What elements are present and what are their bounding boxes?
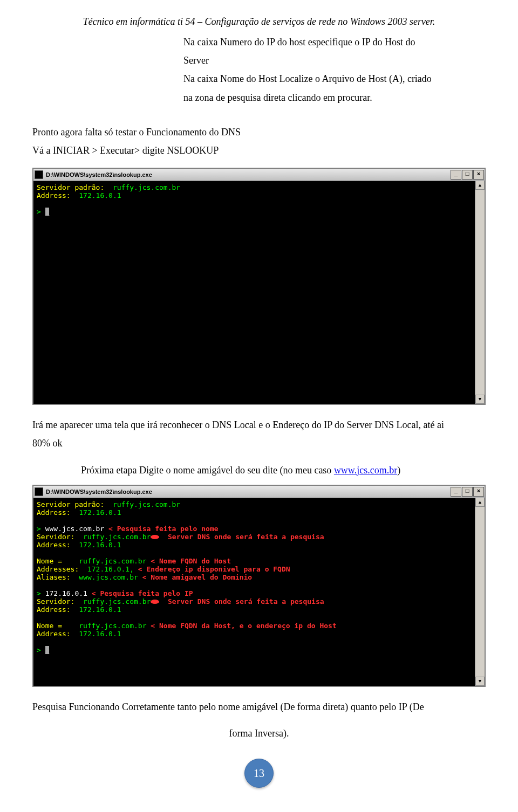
term-label: Servidor padrão:: [37, 500, 113, 508]
term-value: 172.16.0.1: [79, 605, 121, 614]
maximize-button[interactable]: □: [462, 170, 473, 180]
term-label: Address:: [37, 541, 79, 549]
term-label: Aliases:: [37, 573, 79, 581]
term-value: 172.16.0.1: [79, 630, 121, 638]
window-controls: _ □ ×: [451, 487, 485, 497]
annotation: < Nome FQDN da Host, e o endereço ip do …: [147, 622, 337, 630]
scrollbar[interactable]: ▲ ▼: [475, 181, 485, 404]
text-line: forma Inversa).: [229, 728, 289, 739]
term-value: www.jcs.com.br: [79, 573, 138, 581]
text-line: 80% ok: [32, 438, 63, 449]
term-value: 172.16.0.1: [79, 191, 121, 199]
terminal-output: Servidor padrão: ruffy.jcs.com.br Addres…: [33, 498, 485, 686]
term-value: ruffy.jcs.com.br: [79, 557, 146, 565]
intro-line: Na caixa Numero do IP do host especifiqu…: [183, 33, 486, 51]
annotation: Server DNS onde será feita a pesquisa: [159, 597, 324, 605]
term-label: Address:: [37, 191, 79, 199]
term-label: Servidor:: [37, 533, 83, 541]
term-label: Nome =: [37, 557, 79, 565]
close-button[interactable]: ×: [473, 487, 484, 497]
scroll-up-button[interactable]: ▲: [475, 498, 485, 507]
cursor: _: [45, 646, 50, 654]
term-label: Servidor:: [37, 597, 83, 605]
text-line: Pesquisa Funcionando Corretamente tanto …: [32, 701, 424, 712]
close-button[interactable]: ×: [473, 170, 484, 180]
term-label: Servidor padrão:: [37, 183, 113, 191]
cmd-icon: [35, 170, 43, 179]
page-number-badge: 13: [244, 759, 274, 788]
window-title: D:\WINDOWS\system32\nslookup.exe: [46, 488, 152, 495]
paragraph: Pronto agora falta só testar o Funcionam…: [32, 123, 486, 160]
term-value: ruffy.jcs.com.br: [83, 533, 151, 541]
term-value: 172.16.0.1: [79, 541, 121, 549]
nslookup-window-2: D:\WINDOWS\system32\nslookup.exe _ □ × S…: [32, 485, 486, 687]
text-line: ): [397, 465, 400, 476]
cursor: _: [45, 208, 50, 216]
text-line: Irá me aparecer uma tela que irá reconhe…: [32, 419, 444, 430]
paragraph: Irá me aparecer uma tela que irá reconhe…: [32, 416, 486, 452]
cmd-icon: [35, 487, 43, 496]
term-input: www.jcs.com.br: [45, 525, 105, 533]
prompt[interactable]: >: [37, 589, 45, 597]
annotation: < Nome amigavel do Dominio: [138, 573, 252, 581]
term-value: 172.16.0.1: [79, 508, 121, 517]
window-title-bar[interactable]: D:\WINDOWS\system32\nslookup.exe _ □ ×: [33, 169, 485, 181]
intro-line: Server: [183, 51, 486, 70]
annotation: < Nome FQDN do Host: [147, 557, 231, 565]
scroll-down-button[interactable]: ▼: [475, 677, 485, 686]
window-controls: _ □ ×: [451, 170, 485, 180]
term-label: Addresses:: [37, 565, 87, 573]
annotation-marker-icon: [151, 600, 159, 604]
minimize-button[interactable]: _: [451, 487, 461, 497]
annotation: < Pesquisa feita pelo IP: [87, 589, 193, 597]
term-label: Address:: [37, 630, 79, 638]
term-value: ruffy.jcs.com.br: [113, 183, 180, 191]
nslookup-window-1: D:\WINDOWS\system32\nslookup.exe _ □ × S…: [32, 168, 486, 405]
intro-line: na zona de pesquisa direta clicando em p…: [183, 88, 486, 107]
term-value: 172.16.0.1,: [87, 565, 134, 573]
window-title-bar[interactable]: D:\WINDOWS\system32\nslookup.exe _ □ ×: [33, 486, 485, 498]
scroll-up-button[interactable]: ▲: [475, 181, 485, 190]
url-link[interactable]: www.jcs.com.br: [334, 465, 397, 476]
term-value: ruffy.jcs.com.br: [79, 622, 146, 630]
prompt[interactable]: >: [37, 525, 45, 533]
minimize-button[interactable]: _: [451, 170, 461, 180]
annotation: < Endereço ip disponivel para o FQDN: [134, 565, 290, 573]
maximize-button[interactable]: □: [462, 487, 473, 497]
annotation: < Pesquisa feita pelo nome: [104, 525, 218, 533]
term-input: 172.16.0.1: [45, 589, 87, 597]
term-value: ruffy.jcs.com.br: [113, 500, 180, 508]
annotation-marker-icon: [151, 535, 159, 539]
scrollbar[interactable]: ▲ ▼: [475, 498, 485, 686]
scroll-down-button[interactable]: ▼: [475, 395, 485, 404]
annotation: Server DNS onde será feita a pesquisa: [159, 533, 324, 541]
prompt[interactable]: >: [37, 208, 45, 216]
text-line: Pronto agora falta só testar o Funcionam…: [32, 123, 486, 141]
window-title: D:\WINDOWS\system32\nslookup.exe: [46, 171, 152, 178]
paragraph: forma Inversa).: [32, 724, 486, 742]
text-line: Próxima etapa Digite o nome amigável do …: [81, 465, 334, 476]
intro-block: Na caixa Numero do IP do host especifiqu…: [183, 33, 486, 107]
page-number: 13: [254, 767, 264, 780]
term-value: ruffy.jcs.com.br: [83, 597, 151, 605]
paragraph: Pesquisa Funcionando Corretamente tanto …: [32, 698, 486, 716]
document-header: Técnico em informática ti 54 – Configura…: [32, 16, 486, 27]
term-label: Nome =: [37, 622, 79, 630]
text-line: Vá a INICIAR > Executar> digite NSLOOKUP: [32, 141, 486, 160]
paragraph: Próxima etapa Digite o nome amigável do …: [81, 461, 486, 479]
terminal-output: Servidor padrão: ruffy.jcs.com.br Addres…: [33, 181, 485, 404]
term-label: Address:: [37, 508, 79, 517]
prompt[interactable]: >: [37, 646, 45, 654]
intro-line: Na caixa Nome do Host Localize o Arquivo…: [183, 70, 486, 88]
term-label: Address:: [37, 605, 79, 614]
